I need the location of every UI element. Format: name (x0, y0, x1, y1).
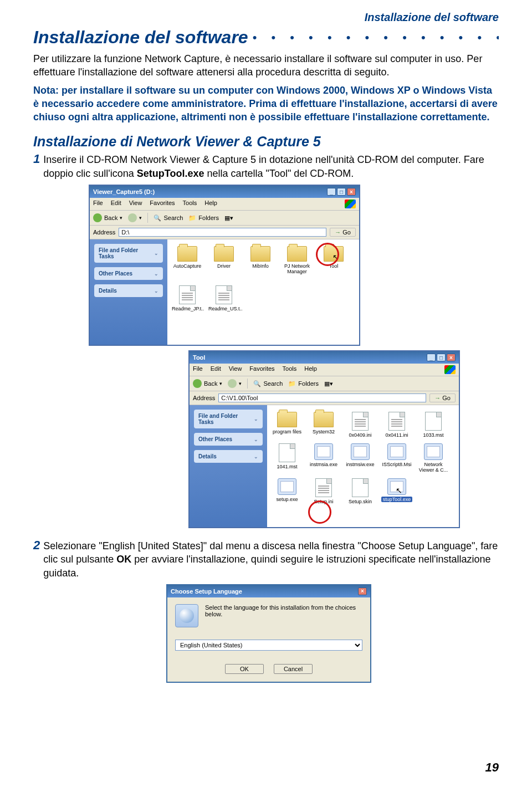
titlebar[interactable]: Tool _ □ × (190, 351, 459, 364)
go-button[interactable]: →Go (330, 228, 356, 237)
folder-item[interactable]: Driver (208, 246, 239, 269)
minimize-button[interactable]: _ (427, 354, 436, 361)
menu-view[interactable]: View (129, 200, 142, 208)
file-list[interactable]: AutoCapture Driver MibInfo PJ Network Ma… (167, 239, 359, 345)
side-details[interactable]: Details⌄ (194, 450, 263, 463)
document-icon (352, 412, 369, 431)
step-1: 1 Inserire il CD-ROM Network Viewer & Ca… (33, 153, 499, 180)
folders-button[interactable]: 📁 Folders (288, 380, 319, 387)
go-button[interactable]: →Go (429, 394, 456, 402)
text-file-item[interactable]: Readme_US.t.. (208, 285, 239, 311)
toolbar: Back▾ ▾ 🔍 Search 📁 Folders ▦▾ (190, 376, 459, 391)
maximize-button[interactable]: □ (437, 354, 446, 361)
document-icon (179, 285, 196, 304)
exe-icon (278, 478, 296, 495)
ini-file-item[interactable]: 0x0411.ini (381, 412, 412, 438)
explorer-window-2: Tool _ □ × File Edit View Favorites Tool… (188, 350, 499, 528)
exe-file-item[interactable]: setup.exe (272, 478, 303, 502)
intro-paragraph: Per utilizzare la funzione Network Captu… (33, 52, 499, 79)
dialog-text: Select the language for this installatio… (205, 604, 362, 627)
cancel-button[interactable]: Cancel (274, 664, 313, 674)
menu-favorites[interactable]: Favorites (249, 365, 274, 374)
section-title: Installazione del software (33, 27, 248, 48)
close-button[interactable]: × (447, 354, 456, 361)
back-button[interactable]: Back▾ (93, 213, 122, 222)
menu-bar[interactable]: File Edit View Favorites Tools Help (90, 198, 359, 211)
address-label: Address (193, 395, 215, 401)
menu-edit[interactable]: Edit (211, 365, 221, 374)
ini-file-item[interactable]: 0x0409.ini (345, 412, 376, 438)
menu-edit[interactable]: Edit (111, 200, 121, 208)
folder-icon (287, 246, 307, 262)
cursor-icon: ↖ (332, 253, 339, 262)
address-bar: Address →Go (90, 226, 359, 239)
window-title: Viewer_Capture5 (D:) (93, 188, 155, 195)
search-button[interactable]: 🔍 Search (154, 214, 183, 222)
views-button[interactable]: ▦▾ (224, 214, 233, 222)
msi-file-item[interactable]: ISScript8.Msi (381, 443, 412, 467)
language-select[interactable]: English (United States) (175, 640, 362, 651)
menu-file[interactable]: File (93, 200, 103, 208)
address-input[interactable] (218, 394, 426, 402)
msi-file-item[interactable]: Network Viewer & C... (418, 443, 449, 473)
step-1-number: 1 (33, 153, 40, 165)
skin-file-item[interactable]: Setup.skin (345, 478, 376, 504)
folders-button[interactable]: 📁 Folders (188, 214, 219, 222)
back-button[interactable]: Back▾ (193, 379, 222, 388)
close-button[interactable]: × (358, 587, 367, 595)
forward-button[interactable]: ▾ (228, 379, 242, 388)
search-button[interactable]: 🔍 Search (253, 380, 283, 387)
close-button[interactable]: × (347, 188, 356, 196)
text-file-item[interactable]: Readme_JP.t.. (172, 285, 203, 311)
side-other-places[interactable]: Other Places⌄ (194, 433, 263, 446)
minimize-button[interactable]: _ (327, 188, 336, 196)
folder-item[interactable]: program files (272, 412, 303, 435)
exe-icon (314, 443, 333, 460)
menu-help[interactable]: Help (204, 200, 217, 208)
window-title: Tool (193, 354, 205, 361)
setuptool-exe-item[interactable]: stupTool.exe↖ (381, 478, 412, 502)
page-number: 19 (485, 760, 499, 775)
msi-icon (387, 443, 406, 460)
windows-logo-icon (444, 365, 456, 374)
maximize-button[interactable]: □ (337, 188, 346, 196)
address-label: Address (93, 229, 115, 236)
forward-button[interactable]: ▾ (128, 213, 142, 222)
menu-bar[interactable]: File Edit View Favorites Tools Help (190, 364, 459, 376)
step-2-ok: OK (116, 554, 131, 565)
side-file-tasks[interactable]: File and Folder Tasks⌄ (94, 244, 163, 263)
menu-tools[interactable]: Tools (183, 200, 197, 208)
views-button[interactable]: ▦▾ (324, 380, 333, 387)
file-list[interactable]: program files System32 0x0409.ini 0x0411… (267, 405, 459, 527)
ini-file-item[interactable]: Setup.ini (308, 478, 339, 504)
folder-item-tool[interactable]: Tool↖ (318, 246, 349, 269)
folder-item[interactable]: System32 (308, 412, 339, 435)
ok-button[interactable]: OK (225, 664, 264, 674)
exe-file-item[interactable]: instmsiw.exe (345, 443, 376, 467)
menu-file[interactable]: File (193, 365, 203, 374)
menu-tools[interactable]: Tools (283, 365, 297, 374)
toolbar: Back▾ ▾ 🔍 Search 📁 Folders ▦▾ (90, 211, 359, 226)
side-other-places[interactable]: Other Places⌄ (94, 267, 163, 280)
toolbar-separator (147, 213, 148, 223)
address-input[interactable] (119, 228, 326, 237)
folder-item[interactable]: PJ Network Manager (282, 246, 313, 274)
document-icon (315, 478, 332, 497)
folder-item[interactable]: AutoCapture (172, 246, 203, 269)
menu-view[interactable]: View (229, 365, 242, 374)
step-2: 2 Selezionare "English [United States]" … (33, 539, 499, 580)
menu-help[interactable]: Help (304, 365, 317, 374)
menu-favorites[interactable]: Favorites (150, 200, 175, 208)
section-title-row: Installazione del software • • • • • • •… (33, 27, 499, 48)
document-icon (279, 443, 295, 462)
dialog-titlebar[interactable]: Choose Setup Language × (167, 585, 370, 597)
mst-file-item[interactable]: 1033.mst (418, 412, 449, 438)
folder-item[interactable]: MibInfo (245, 246, 276, 269)
side-file-tasks[interactable]: File and Folder Tasks⌄ (194, 410, 263, 428)
side-details[interactable]: Details⌄ (94, 284, 163, 297)
mst-file-item[interactable]: 1041.mst (272, 443, 303, 469)
exe-file-item[interactable]: instmsia.exe (308, 443, 339, 467)
toolbar-separator (247, 379, 248, 389)
back-arrow-icon (93, 213, 102, 222)
titlebar[interactable]: Viewer_Capture5 (D:) _ □ × (90, 186, 359, 198)
